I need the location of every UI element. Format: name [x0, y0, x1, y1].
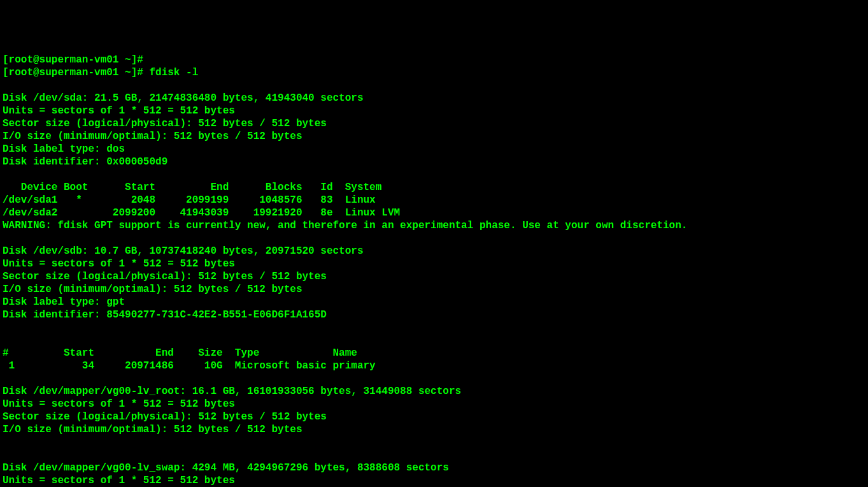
disk-sda-io-size: I/O size (minimum/optimal): 512 bytes / …	[3, 131, 302, 142]
disk-sda-table-header: Device Boot Start End Blocks Id System	[3, 182, 381, 193]
disk-sda-partition-1: /dev/sda1 * 2048 2099199 1048576 83 Linu…	[3, 194, 376, 206]
disk-lvroot-header: Disk /dev/mapper/vg00-lv_root: 16.1 GB, …	[3, 386, 461, 397]
disk-sdb-label-type: Disk label type: gpt	[3, 296, 125, 308]
disk-sdb-units: Units = sectors of 1 * 512 = 512 bytes	[3, 258, 235, 270]
disk-sda-label-type: Disk label type: dos	[3, 143, 125, 155]
prompt-line-2: [root@superman-vm01 ~]# fdisk -l	[3, 67, 198, 78]
disk-sdb-header: Disk /dev/sdb: 10.7 GB, 10737418240 byte…	[3, 245, 364, 257]
disk-sdb-table-header: # Start End Size Type Name	[3, 347, 357, 359]
disk-sda-sector-size: Sector size (logical/physical): 512 byte…	[3, 118, 327, 129]
disk-lvswap-units: Units = sectors of 1 * 512 = 512 bytes	[3, 475, 235, 486]
disk-sdb-identifier: Disk identifier: 85490277-731C-42E2-B551…	[3, 309, 327, 321]
gpt-warning: WARNING: fdisk GPT support is currently …	[3, 220, 687, 231]
disk-sdb-sector-size: Sector size (logical/physical): 512 byte…	[3, 271, 327, 282]
disk-sda-identifier: Disk identifier: 0x000050d9	[3, 156, 167, 168]
disk-sda-header: Disk /dev/sda: 21.5 GB, 21474836480 byte…	[3, 92, 364, 104]
disk-sda-partition-2: /dev/sda2 2099200 41943039 19921920 8e L…	[3, 207, 400, 219]
disk-lvswap-header: Disk /dev/mapper/vg00-lv_swap: 4294 MB, …	[3, 462, 449, 474]
disk-lvroot-io-size: I/O size (minimum/optimal): 512 bytes / …	[3, 424, 302, 435]
prompt-line-1: [root@superman-vm01 ~]#	[3, 54, 143, 66]
disk-lvroot-units: Units = sectors of 1 * 512 = 512 bytes	[3, 398, 235, 410]
disk-sdb-partition-1: 1 34 20971486 10G Microsoft basic primar…	[3, 360, 376, 372]
disk-lvroot-sector-size: Sector size (logical/physical): 512 byte…	[3, 411, 327, 423]
disk-sda-units: Units = sectors of 1 * 512 = 512 bytes	[3, 105, 235, 117]
disk-sdb-io-size: I/O size (minimum/optimal): 512 bytes / …	[3, 284, 302, 295]
terminal-output[interactable]: [root@superman-vm01 ~]# [root@superman-v…	[3, 54, 865, 487]
